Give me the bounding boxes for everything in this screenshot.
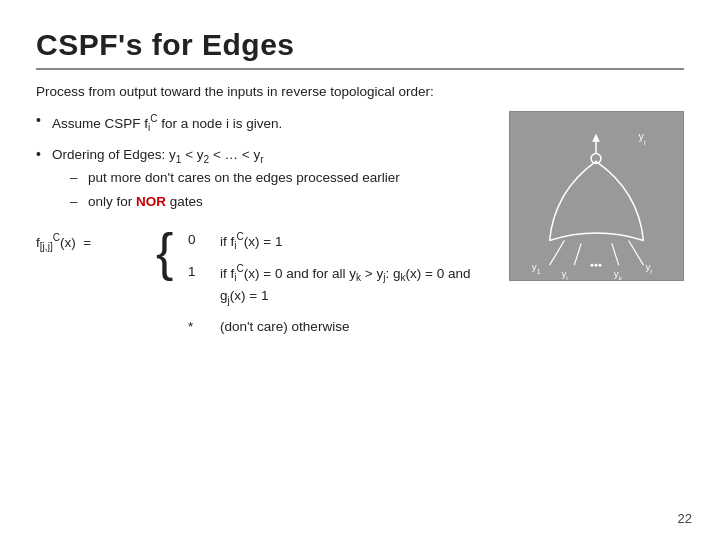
dash-1-text: put more don't cares on the edges proces… xyxy=(88,167,400,189)
page-number: 22 xyxy=(678,511,692,526)
svg-point-10 xyxy=(595,264,598,267)
content-area: • Assume CSPF fiC for a node i is given.… xyxy=(36,111,684,336)
brace: { xyxy=(156,226,184,278)
diagram-box: yi xyxy=(509,111,684,281)
subtitle: Process from output toward the inputs in… xyxy=(36,84,684,99)
nor-text: NOR xyxy=(136,194,166,209)
case-cond-0: if fiC(x) = 1 xyxy=(220,230,282,254)
slide: CSPF's for Edges Process from output tow… xyxy=(0,0,720,540)
bullet-2-content: Ordering of Edges: y1 < y2 < … < yr – pu… xyxy=(52,145,400,212)
svg-point-11 xyxy=(598,264,601,267)
bullet-2: • Ordering of Edges: y1 < y2 < … < yr – … xyxy=(36,145,499,212)
bullet-2-main: Ordering of Edges: y1 < y2 < … < yr xyxy=(52,147,264,162)
bullet-1: • Assume CSPF fiC for a node i is given. xyxy=(36,111,499,135)
formula-row: f[j,j]C(x) = { 0 if fiC(x) = 1 xyxy=(36,230,499,336)
dash-sym-2: – xyxy=(70,191,84,213)
formula-lhs: f[j,j]C(x) = xyxy=(36,230,156,252)
cases-table: 0 if fiC(x) = 1 1 if fiC(x) = 0 and for … xyxy=(188,230,470,336)
case-row-0: 0 if fiC(x) = 1 xyxy=(188,230,470,254)
dash-2-text: only for NOR gates xyxy=(88,191,203,213)
left-column: • Assume CSPF fiC for a node i is given.… xyxy=(36,111,499,336)
bullet-dot-2: • xyxy=(36,145,52,162)
diagram-svg: yi xyxy=(510,112,683,280)
title-divider xyxy=(36,68,684,70)
slide-title: CSPF's for Edges xyxy=(36,28,684,62)
bullet-2-dashes: – put more don't cares on the edges proc… xyxy=(52,167,400,212)
case-val-star: * xyxy=(188,317,208,334)
bullet-dot-1: • xyxy=(36,111,52,128)
svg-point-9 xyxy=(591,264,594,267)
case-row-star: * (don't care) otherwise xyxy=(188,317,470,337)
case-cond-star: (don't care) otherwise xyxy=(220,317,349,337)
case-val-0: 0 xyxy=(188,230,208,247)
dash-1: – put more don't cares on the edges proc… xyxy=(70,167,400,189)
formula-section: f[j,j]C(x) = { 0 if fiC(x) = 1 xyxy=(36,230,499,336)
case-cond-1: if fiC(x) = 0 and for all yk > yj: gk(x)… xyxy=(220,262,470,308)
right-column: yi xyxy=(509,111,684,336)
case-row-1: 1 if fiC(x) = 0 and for all yk > yj: gk(… xyxy=(188,262,470,308)
bullet-1-text: Assume CSPF fiC for a node i is given. xyxy=(52,111,282,135)
case-val-1: 1 xyxy=(188,262,208,279)
dash-sym-1: – xyxy=(70,167,84,189)
dash-2: – only for NOR gates xyxy=(70,191,400,213)
